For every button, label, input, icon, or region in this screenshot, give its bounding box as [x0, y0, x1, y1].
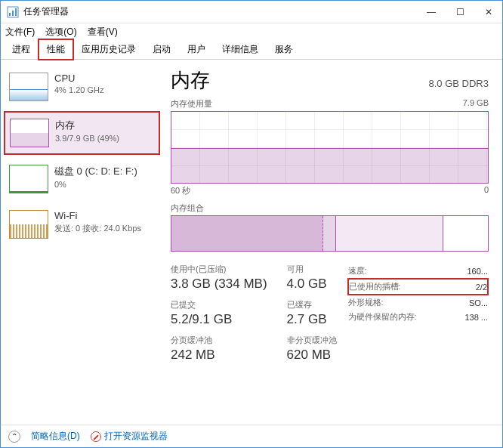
titlebar: 任务管理器 — ☐ ✕	[1, 1, 502, 23]
sidebar-cpu-title: CPU	[54, 73, 103, 84]
tab-startup[interactable]: 启动	[144, 39, 179, 59]
resmon-link[interactable]: 打开资源监视器	[91, 430, 168, 443]
sidebar-item-memory[interactable]: 内存 3.9/7.9 GB (49%)	[4, 111, 160, 155]
page-title: 内存	[171, 67, 210, 94]
sidebar-disk-sub: 0%	[54, 180, 137, 189]
svg-rect-1	[9, 13, 11, 16]
stat-nonpaged: 非分页缓冲池 620 MB	[287, 335, 337, 363]
main-panel: 内存 8.0 GB DDR3 内存使用量 7.9 GB 60 秒 0 内存组合 …	[163, 60, 502, 425]
sidebar: CPU 4% 1.20 GHz 内存 3.9/7.9 GB (49%) 磁盘 0…	[1, 60, 163, 425]
comp-seg-inuse	[171, 216, 323, 251]
brief-info-link[interactable]: 简略信息(D)	[31, 430, 80, 443]
stat-in-use-label: 使用中(已压缩)	[171, 264, 267, 275]
sidebar-disk-title: 磁盘 0 (C: D: E: F:)	[54, 165, 137, 178]
time-axis-left: 60 秒	[171, 185, 190, 196]
comp-seg-standby	[336, 216, 443, 251]
footer: ⌃ 简略信息(D) 打开资源监视器	[1, 425, 502, 447]
slots-value: 2/2	[452, 279, 488, 295]
tab-services[interactable]: 服务	[267, 39, 301, 59]
composition-label: 内存组合	[171, 202, 489, 214]
speed-label: 速度:	[348, 264, 453, 279]
sidebar-cpu-sub: 4% 1.20 GHz	[54, 85, 103, 94]
stat-in-use: 使用中(已压缩) 3.8 GB (334 MB)	[171, 264, 267, 292]
row-speed: 速度: 160...	[348, 264, 488, 279]
usage-chart-label: 内存使用量	[171, 98, 212, 110]
tab-performance[interactable]: 性能	[39, 39, 73, 60]
window-title: 任务管理器	[23, 5, 424, 18]
row-form-factor: 外形规格: SO...	[348, 295, 488, 310]
stat-committed-label: 已提交	[171, 299, 267, 311]
reserved-value: 138 ...	[452, 310, 488, 324]
maximize-button[interactable]: ☐	[452, 7, 468, 17]
tab-users[interactable]: 用户	[179, 39, 214, 59]
menubar: 文件(F) 选项(O) 查看(V)	[1, 23, 502, 40]
memory-usage-chart	[171, 111, 489, 184]
stat-nonpaged-label: 非分页缓冲池	[287, 335, 337, 346]
sidebar-memory-sub: 3.9/7.9 GB (49%)	[55, 134, 119, 143]
tab-details[interactable]: 详细信息	[214, 39, 267, 59]
stat-cached-label: 已缓存	[287, 299, 337, 311]
stat-available: 可用 4.0 GB	[287, 264, 337, 292]
svg-rect-2	[12, 11, 14, 16]
sidebar-wifi-title: Wi-Fi	[54, 210, 141, 221]
resmon-icon	[91, 431, 101, 442]
resmon-label[interactable]: 打开资源监视器	[104, 431, 168, 441]
tabs: 进程 性能 应用历史记录 启动 用户 详细信息 服务	[1, 40, 502, 60]
comp-seg-free	[443, 216, 488, 251]
stat-paged-value: 242 MB	[171, 348, 267, 363]
form-label: 外形规格:	[348, 295, 453, 310]
stat-in-use-value: 3.8 GB (334 MB)	[171, 277, 267, 292]
close-button[interactable]: ✕	[481, 7, 496, 17]
minimize-button[interactable]: —	[424, 7, 439, 17]
comp-seg-modified	[323, 216, 336, 251]
sidebar-item-wifi[interactable]: Wi-Fi 发送: 0 接收: 24.0 Kbps	[4, 203, 160, 246]
sidebar-wifi-sub: 发送: 0 接收: 24.0 Kbps	[54, 223, 141, 234]
stat-committed-value: 5.2/9.1 GB	[171, 312, 267, 327]
memory-composition-chart	[171, 215, 489, 252]
sidebar-item-disk[interactable]: 磁盘 0 (C: D: E: F:) 0%	[4, 158, 160, 200]
row-hardware-reserved: 为硬件保留的内存: 138 ...	[348, 310, 488, 324]
cpu-thumb-icon	[9, 73, 48, 101]
tab-app-history[interactable]: 应用历史记录	[73, 39, 144, 59]
stat-cached: 已缓存 2.7 GB	[287, 299, 337, 327]
stat-available-value: 4.0 GB	[287, 277, 337, 292]
memory-thumb-icon	[10, 119, 49, 147]
stat-paged-label: 分页缓冲池	[171, 335, 267, 346]
time-axis-right: 0	[484, 185, 489, 196]
memory-details-table: 速度: 160... 已使用的插槽: 2/2 外形规格: SO... 为硬件保留…	[347, 264, 489, 363]
sidebar-item-cpu[interactable]: CPU 4% 1.20 GHz	[4, 66, 160, 108]
stat-cached-value: 2.7 GB	[287, 312, 337, 327]
menu-options[interactable]: 选项(O)	[45, 26, 76, 39]
slots-label: 已使用的插槽:	[348, 279, 453, 295]
reserved-label: 为硬件保留的内存:	[348, 310, 453, 324]
app-icon	[7, 6, 19, 18]
menu-view[interactable]: 查看(V)	[88, 26, 118, 39]
disk-thumb-icon	[9, 165, 48, 193]
menu-file[interactable]: 文件(F)	[5, 26, 35, 39]
usage-chart-max: 7.9 GB	[463, 98, 489, 110]
memory-capacity: 8.0 GB DDR3	[429, 78, 489, 89]
stat-committed: 已提交 5.2/9.1 GB	[171, 299, 267, 327]
form-value: SO...	[452, 295, 488, 310]
speed-value: 160...	[452, 264, 488, 279]
tab-processes[interactable]: 进程	[4, 39, 39, 59]
stat-available-label: 可用	[287, 264, 337, 275]
sidebar-memory-title: 内存	[55, 119, 119, 132]
wifi-thumb-icon	[9, 210, 48, 239]
svg-rect-3	[15, 8, 17, 16]
row-slots: 已使用的插槽: 2/2	[348, 279, 488, 295]
expand-arrow-icon[interactable]: ⌃	[8, 431, 20, 443]
stat-nonpaged-value: 620 MB	[287, 348, 337, 363]
stat-paged: 分页缓冲池 242 MB	[171, 335, 267, 363]
